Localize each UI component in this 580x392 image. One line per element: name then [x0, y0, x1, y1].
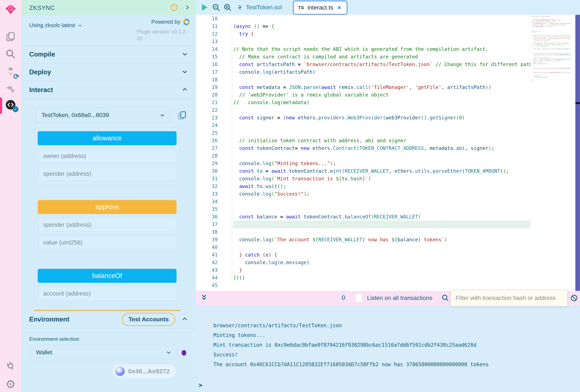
line-number: 40 [196, 244, 233, 251]
contract-select[interactable]: TestToken, 0x68a0...8039 [35, 108, 171, 123]
collapse-panel-chevron-icon[interactable] [184, 4, 190, 11]
section-environment-title: Environment [29, 316, 122, 323]
function-card-allowance: allowance [34, 128, 180, 185]
environment-header-row[interactable]: Environment Test Accounts [21, 311, 196, 329]
approve-button[interactable]: approve [38, 200, 176, 214]
plugin-header: ZKSYNC [21, 0, 196, 16]
terminal-output-line: Minting tokens... [213, 331, 489, 341]
terminal-prompt[interactable]: > [199, 382, 202, 389]
code-line: 33 console.log("Success!"); [196, 190, 531, 198]
line-number: 14 [196, 45, 233, 53]
minimap-line: const tokenContract= new ethers.Contract… [532, 54, 571, 56]
terminal-output-panel[interactable]: browser/contracts/artifacts/TestToken.js… [196, 305, 580, 392]
minimap-line [532, 50, 571, 51]
listen-all-transactions-label[interactable]: Listen on all transactions [367, 295, 432, 301]
section-interact[interactable]: Interact [21, 81, 196, 99]
compiler-refresh-badge: ⟳ [13, 73, 19, 80]
editor-scrollbar-thumb[interactable] [575, 102, 580, 104]
plug-icon[interactable] [4, 360, 17, 372]
minimap-line: const artifactsPath = `browser/contracts… [532, 38, 571, 39]
transaction-filter-input[interactable] [450, 289, 568, 306]
editor-scrollbar[interactable] [575, 15, 580, 291]
code-line: 13 [196, 38, 531, 45]
clear-console-icon[interactable] [570, 294, 578, 303]
plugin-meta: Using zksolc-latest Powered by Plugin ve… [21, 16, 196, 46]
account-pill[interactable]: 0x46...Ae9272 [112, 365, 176, 378]
line-number: 18 [196, 76, 233, 83]
minimap[interactable]: import {ethers} from "ethers"; // Addres… [531, 15, 571, 291]
line-number: 11 [196, 22, 233, 30]
run-script-icon[interactable] [202, 4, 207, 11]
zksync-plugin-panel: ZKSYNC Using zksolc-latest Powered by Pl… [21, 0, 196, 392]
test-accounts-button[interactable]: Test Accounts [122, 313, 175, 326]
code-area[interactable]: 1011(async () => {12 try {1314// Note th… [196, 15, 575, 291]
line-number: 25 [196, 129, 233, 137]
minimap-line [532, 65, 571, 66]
plugin-active-check: ✓ [12, 106, 18, 112]
code-lines: 1011(async () => {12 try {1314// Note th… [196, 15, 531, 291]
code-line: 42 console.log(e.message) [196, 259, 531, 266]
chevron-down-icon [160, 112, 165, 118]
section-interact-title: Interact [29, 86, 182, 94]
code-line: 45 [196, 281, 531, 289]
approve-value-input[interactable] [38, 236, 176, 250]
environment-select-value: Wallet [36, 349, 166, 356]
section-compile-title: Compile [29, 51, 182, 58]
allowance-owner-input[interactable] [38, 149, 176, 163]
balanceof-account-input[interactable] [38, 287, 176, 301]
line-number: 19 [196, 83, 233, 91]
chevron-down-icon [166, 350, 171, 355]
code-line: 41 } catch (e) { [196, 251, 531, 259]
close-tab-icon[interactable] [337, 5, 342, 10]
terminal-bar: 0 Listen on all transactions [196, 291, 580, 305]
tab-interact-ts[interactable]: TS interact.ts [293, 1, 347, 15]
powered-by-label: Powered by [151, 19, 180, 25]
search-icon[interactable] [4, 48, 17, 60]
tab-testtoken-sol[interactable]: TestToken.sol [237, 0, 282, 15]
zoom-out-icon[interactable] [212, 3, 221, 12]
warning-icon[interactable] [170, 3, 178, 12]
terminal-output-line: Success! [213, 351, 489, 361]
line-number: 26 [196, 137, 233, 144]
function-card-approve: approve [34, 196, 180, 253]
environment-selection-label: Environment selection [29, 336, 79, 342]
code-line: 29 console.log("Minting tokens..."); [196, 160, 531, 167]
line-number: 12 [196, 30, 233, 38]
code-line: 30 const tx = await tokenContract.mint(R… [196, 167, 531, 175]
minimap-line [532, 41, 571, 42]
line-number: 20 [196, 91, 233, 99]
allowance-spender-input[interactable] [38, 167, 176, 181]
compiler-version-select[interactable]: Using zksolc-latest [29, 22, 82, 29]
code-line: 10 [196, 15, 531, 22]
plugin-manager-icon[interactable]: ✓ [4, 99, 17, 111]
solidity-compiler-icon[interactable]: ⟳ [4, 66, 17, 78]
section-compile[interactable]: Compile [21, 46, 196, 63]
minimap-line: console.log("Minting tokens..."); [532, 57, 571, 59]
search-icon [441, 294, 449, 303]
settings-gear-icon[interactable]: ⚙ [4, 378, 17, 390]
environment-select[interactable]: Wallet [29, 345, 177, 360]
collapse-terminal-icon[interactable] [200, 293, 208, 303]
minimap-line: try { [532, 32, 571, 33]
chevron-down-icon [182, 69, 188, 76]
listen-all-transactions-checkbox[interactable] [355, 293, 363, 303]
remix-logo[interactable] [4, 3, 17, 16]
line-number: 31 [196, 175, 233, 182]
approve-spender-input[interactable] [38, 218, 176, 232]
section-deploy[interactable]: Deploy [21, 63, 196, 81]
copy-address-icon[interactable] [177, 110, 187, 121]
account-address: 0x46...Ae9272 [128, 368, 170, 375]
allowance-button[interactable]: allowance [38, 131, 176, 145]
section-environment: Environment Test Accounts [21, 311, 196, 329]
deploy-run-icon[interactable] [4, 83, 17, 95]
code-line: 32 await tx.wait(); [196, 182, 531, 190]
zoom-in-icon[interactable] [223, 3, 232, 12]
code-line: 43 } [196, 266, 531, 274]
balanceof-button[interactable]: balanceOf [38, 269, 176, 283]
code-line: 34 [196, 198, 531, 205]
file-explorer-icon[interactable] [4, 30, 17, 43]
editor: TestToken.sol TS interact.ts 1011(async … [196, 0, 580, 291]
line-number: 33 [196, 190, 233, 198]
minimap-line: })() [532, 79, 571, 81]
code-line: 39 console.log(`The account ${RECEIVER_W… [196, 236, 531, 244]
